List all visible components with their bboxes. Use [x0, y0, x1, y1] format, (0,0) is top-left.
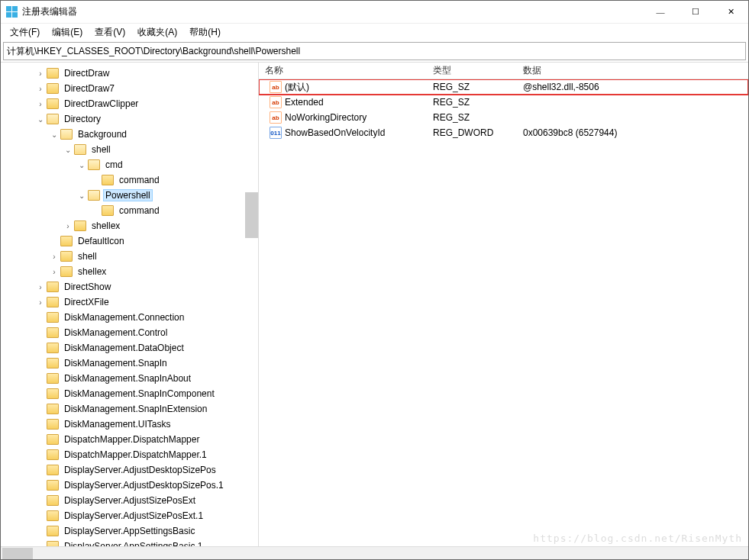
menu-file[interactable]: 文件(F): [4, 24, 46, 40]
value-row[interactable]: 011ShowBasedOnVelocityIdREG_DWORD0x00639…: [259, 125, 748, 140]
tree-node[interactable]: DisplayServer.AdjustDesktopSizePos: [2, 462, 258, 478]
tree-node[interactable]: ›DirectDraw: [2, 66, 258, 81]
tree-node[interactable]: DisplayServer.AppSettingsBasic.1: [2, 539, 258, 546]
menu-favorites[interactable]: 收藏夹(A): [131, 24, 183, 40]
tree-node[interactable]: ⌄shell: [2, 142, 258, 157]
tree-node[interactable]: DiskManagement.SnapInAbout: [2, 371, 258, 386]
tree-node-label[interactable]: DefaultIcon: [76, 235, 127, 247]
menu-help[interactable]: 帮助(H): [183, 24, 227, 40]
tree-node[interactable]: command: [2, 172, 258, 188]
tree-node-label[interactable]: DispatchMapper.DispatchMapper.1: [62, 449, 209, 461]
horizontal-scrollbar-thumb[interactable]: [2, 548, 33, 559]
tree-pane[interactable]: ›DirectDraw›DirectDraw7›DirectDrawClippe…: [1, 63, 259, 546]
tree-node[interactable]: DiskManagement.SnapIn: [2, 356, 258, 371]
tree-node-label[interactable]: Background: [76, 128, 129, 140]
tree-node[interactable]: DispatchMapper.DispatchMapper.1: [2, 447, 258, 462]
tree-node[interactable]: DefaultIcon: [2, 233, 258, 249]
col-type-header[interactable]: 类型: [433, 64, 523, 77]
collapse-icon[interactable]: ⌄: [77, 160, 86, 169]
tree-node[interactable]: DisplayServer.AdjustSizePosExt.1: [2, 508, 258, 523]
tree-node[interactable]: DisplayServer.AdjustDesktopSizePos.1: [2, 478, 258, 493]
titlebar[interactable]: 注册表编辑器 — ☐ ✕: [1, 1, 748, 24]
tree-node[interactable]: DiskManagement.SnapInExtension: [2, 401, 258, 417]
value-row[interactable]: abExtendedREG_SZ: [259, 95, 748, 110]
tree-node-label[interactable]: shellex: [89, 220, 122, 232]
tree-node-label[interactable]: DiskManagement.DataObject: [62, 342, 186, 354]
collapse-icon[interactable]: ⌄: [50, 130, 59, 139]
tree-node[interactable]: ›DirectXFile: [2, 294, 258, 310]
tree-node[interactable]: DiskManagement.SnapInComponent: [2, 386, 258, 401]
close-button[interactable]: ✕: [713, 1, 748, 24]
tree-node[interactable]: DiskManagement.Control: [2, 325, 258, 340]
tree-node-label[interactable]: DisplayServer.AdjustDesktopSizePos.1: [62, 479, 226, 491]
tree-node[interactable]: command: [2, 203, 258, 218]
tree-node-label[interactable]: command: [117, 204, 162, 217]
tree-node[interactable]: DisplayServer.AppSettingsBasic: [2, 523, 258, 539]
tree-node[interactable]: ⌄Powershell: [2, 188, 258, 203]
tree-node-label[interactable]: DirectXFile: [62, 296, 111, 308]
expand-icon[interactable]: ›: [36, 298, 45, 307]
expand-icon[interactable]: ›: [50, 267, 59, 276]
tree-node-label[interactable]: DiskManagement.Connection: [62, 311, 186, 323]
col-data-header[interactable]: 数据: [523, 64, 748, 77]
list-header[interactable]: 名称 类型 数据: [259, 63, 748, 79]
vertical-scrollbar-thumb[interactable]: [245, 192, 258, 238]
tree-node-label[interactable]: DisplayServer.AppSettingsBasic.1: [62, 540, 205, 546]
tree-node-label[interactable]: DisplayServer.AdjustSizePosExt.1: [62, 510, 205, 522]
tree-node-label[interactable]: DispatchMapper.DispatchMapper: [62, 433, 202, 446]
tree-node-label[interactable]: shellex: [76, 266, 108, 278]
tree-node[interactable]: DiskManagement.UITasks: [2, 417, 258, 432]
menu-edit[interactable]: 编辑(E): [46, 24, 89, 40]
tree-node[interactable]: ›DirectDrawClipper: [2, 96, 258, 111]
tree-node-label[interactable]: shell: [76, 250, 99, 262]
expand-icon[interactable]: ›: [50, 252, 59, 261]
tree-node-label[interactable]: DiskManagement.Control: [62, 327, 169, 339]
tree-node-label[interactable]: DiskManagement.SnapInComponent: [62, 388, 217, 400]
expand-icon[interactable]: ›: [36, 282, 45, 291]
value-row[interactable]: ab(默认)REG_SZ@shell32.dll,-8506: [259, 79, 748, 95]
menu-view[interactable]: 查看(V): [89, 24, 131, 40]
tree-node-label[interactable]: DisplayServer.AdjustDesktopSizePos: [62, 464, 218, 476]
tree-node-label[interactable]: DisplayServer.AppSettingsBasic: [62, 525, 197, 537]
tree-node[interactable]: ⌄Directory: [2, 111, 258, 127]
tree-node[interactable]: ›shellex: [2, 264, 258, 279]
tree-node-label[interactable]: DirectDraw7: [62, 82, 117, 95]
expand-icon[interactable]: ›: [36, 99, 45, 108]
collapse-icon[interactable]: ⌄: [36, 114, 45, 124]
expand-icon[interactable]: ›: [36, 69, 45, 78]
tree-node[interactable]: ⌄cmd: [2, 157, 258, 172]
value-row[interactable]: abNoWorkingDirectoryREG_SZ: [259, 110, 748, 125]
collapse-icon[interactable]: ⌄: [77, 191, 86, 200]
expand-icon[interactable]: ›: [63, 221, 73, 230]
tree-node[interactable]: ⌄Background: [2, 127, 258, 142]
tree-node-label[interactable]: cmd: [103, 159, 125, 171]
tree-node-label[interactable]: DiskManagement.SnapInExtension: [62, 403, 209, 415]
tree-node[interactable]: ›DirectShow: [2, 279, 258, 294]
tree-node-label[interactable]: DiskManagement.UITasks: [62, 418, 173, 430]
col-name-header[interactable]: 名称: [259, 64, 433, 77]
minimize-button[interactable]: —: [643, 1, 678, 24]
tree-node[interactable]: ›shellex: [2, 218, 258, 233]
tree-node[interactable]: DiskManagement.DataObject: [2, 340, 258, 356]
tree-node-label[interactable]: Powershell: [103, 189, 153, 201]
horizontal-scrollbar[interactable]: [1, 546, 748, 559]
values-pane[interactable]: 名称 类型 数据 ab(默认)REG_SZ@shell32.dll,-8506a…: [259, 63, 748, 546]
tree-node-label[interactable]: DiskManagement.SnapIn: [62, 357, 169, 369]
tree-node[interactable]: DispatchMapper.DispatchMapper: [2, 432, 258, 447]
tree-node-label[interactable]: DirectDraw: [62, 67, 111, 79]
expand-icon[interactable]: ›: [36, 84, 45, 93]
tree-node-label[interactable]: DirectDrawClipper: [62, 98, 140, 110]
tree-node-label[interactable]: shell: [89, 143, 113, 156]
maximize-button[interactable]: ☐: [678, 1, 713, 24]
tree-node-label[interactable]: Directory: [62, 113, 103, 125]
tree-node[interactable]: ›shell: [2, 249, 258, 264]
tree-node[interactable]: DisplayServer.AdjustSizePosExt: [2, 493, 258, 508]
registry-tree[interactable]: ›DirectDraw›DirectDraw7›DirectDrawClippe…: [2, 66, 258, 546]
address-bar[interactable]: 计算机\HKEY_CLASSES_ROOT\Directory\Backgrou…: [3, 42, 746, 60]
tree-node-label[interactable]: DiskManagement.SnapInAbout: [62, 372, 193, 385]
tree-node[interactable]: DiskManagement.Connection: [2, 310, 258, 325]
tree-node-label[interactable]: DisplayServer.AdjustSizePosExt: [62, 494, 198, 507]
collapse-icon[interactable]: ⌄: [63, 145, 73, 154]
tree-node-label[interactable]: command: [117, 174, 162, 186]
tree-node-label[interactable]: DirectShow: [62, 281, 113, 293]
